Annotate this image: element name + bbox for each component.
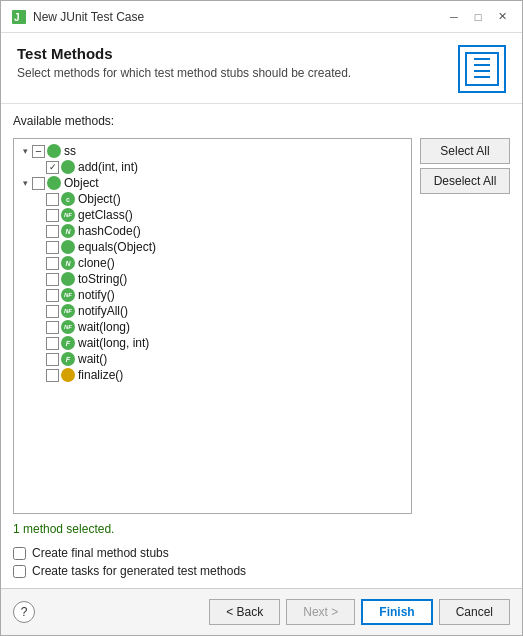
status-label: 1 method selected.	[13, 522, 510, 536]
checkbox-equals[interactable]	[46, 241, 59, 254]
footer: ? < Back Next > Finish Cancel	[1, 588, 522, 635]
titlebar-title: New JUnit Test Case	[33, 10, 144, 24]
checkbox-final-label: Create final method stubs	[32, 546, 169, 560]
method-icon-objectc: c	[61, 192, 75, 206]
tree-item-notifyall[interactable]: NF notifyAll()	[14, 303, 411, 319]
expand-arrow-object: ▾	[18, 178, 32, 188]
checkbox-tasks-label: Create tasks for generated test methods	[32, 564, 246, 578]
close-button[interactable]: ✕	[492, 7, 512, 27]
method-name-finalize: finalize()	[78, 368, 123, 382]
method-icon-object	[47, 176, 61, 190]
tree-item-object[interactable]: ▾ Object	[14, 175, 411, 191]
cancel-button[interactable]: Cancel	[439, 599, 510, 625]
checkbox-getclass[interactable]	[46, 209, 59, 222]
checkbox-finalize[interactable]	[46, 369, 59, 382]
checkbox-add[interactable]	[46, 161, 59, 174]
tree-item-hashcode[interactable]: N hashCode()	[14, 223, 411, 239]
checkbox-object[interactable]	[32, 177, 45, 190]
tree-item-equals[interactable]: equals(Object)	[14, 239, 411, 255]
checkbox-ss[interactable]	[32, 145, 45, 158]
method-icon-wait: F	[61, 352, 75, 366]
checkbox-tostring[interactable]	[46, 273, 59, 286]
method-icon-waitlong: NF	[61, 320, 75, 334]
methods-panel: ▾ ss add(int, int) ▾ Object	[13, 138, 510, 514]
deselect-all-button[interactable]: Deselect All	[420, 168, 510, 194]
content-area: Available methods: ▾ ss add(int, int)	[1, 104, 522, 588]
window-icon: J	[11, 9, 27, 25]
method-name-equals: equals(Object)	[78, 240, 156, 254]
method-name-waitlongint: wait(long, int)	[78, 336, 149, 350]
method-icon-tostring	[61, 272, 75, 286]
main-window: J New JUnit Test Case ─ □ ✕ Test Methods…	[0, 0, 523, 636]
method-name-notify: notify()	[78, 288, 115, 302]
maximize-button[interactable]: □	[468, 7, 488, 27]
method-icon-notifyall: NF	[61, 304, 75, 318]
tree-item-waitlongint[interactable]: F wait(long, int)	[14, 335, 411, 351]
method-name-tostring: toString()	[78, 272, 127, 286]
method-name-notifyall: notifyAll()	[78, 304, 128, 318]
tree-item-objectc[interactable]: c Object()	[14, 191, 411, 207]
method-name-objectc: Object()	[78, 192, 121, 206]
svg-rect-2	[466, 53, 498, 85]
page-subtitle: Select methods for which test method stu…	[17, 66, 351, 80]
checkbox-notify[interactable]	[46, 289, 59, 302]
method-name-add: add(int, int)	[78, 160, 138, 174]
tree-item-tostring[interactable]: toString()	[14, 271, 411, 287]
footer-left: ?	[13, 601, 35, 623]
checkbox-objectc[interactable]	[46, 193, 59, 206]
expand-arrow-ss: ▾	[18, 146, 32, 156]
select-all-button[interactable]: Select All	[420, 138, 510, 164]
tree-item-ss[interactable]: ▾ ss	[14, 143, 411, 159]
checkbox-clone[interactable]	[46, 257, 59, 270]
back-button[interactable]: < Back	[209, 599, 280, 625]
checkbox-waitlong[interactable]	[46, 321, 59, 334]
checkbox-notifyall[interactable]	[46, 305, 59, 318]
method-icon-equals	[61, 240, 75, 254]
tree-item-notify[interactable]: NF notify()	[14, 287, 411, 303]
titlebar-left: J New JUnit Test Case	[11, 9, 144, 25]
method-icon-getclass: NF	[61, 208, 75, 222]
checkbox-create-tasks[interactable]	[13, 565, 26, 578]
next-button[interactable]: Next >	[286, 599, 355, 625]
tree-item-getclass[interactable]: NF getClass()	[14, 207, 411, 223]
method-icon-add	[61, 160, 75, 174]
header-text: Test Methods Select methods for which te…	[17, 45, 351, 80]
page-title: Test Methods	[17, 45, 351, 62]
svg-text:J: J	[14, 12, 20, 23]
tree-item-clone[interactable]: N clone()	[14, 255, 411, 271]
header-icon	[458, 45, 506, 93]
help-button[interactable]: ?	[13, 601, 35, 623]
method-icon-notify: NF	[61, 288, 75, 302]
titlebar: J New JUnit Test Case ─ □ ✕	[1, 1, 522, 33]
method-name-ss: ss	[64, 144, 76, 158]
method-icon-clone: N	[61, 256, 75, 270]
checkbox-waitlongint[interactable]	[46, 337, 59, 350]
footer-buttons: < Back Next > Finish Cancel	[209, 599, 510, 625]
method-icon-ss	[47, 144, 61, 158]
header-section: Test Methods Select methods for which te…	[1, 33, 522, 104]
minimize-button[interactable]: ─	[444, 7, 464, 27]
tree-item-finalize[interactable]: finalize()	[14, 367, 411, 383]
checkboxes-section: Create final method stubs Create tasks f…	[13, 546, 510, 578]
available-label: Available methods:	[13, 114, 510, 128]
checkbox-wait[interactable]	[46, 353, 59, 366]
tree-item-waitlong[interactable]: NF wait(long)	[14, 319, 411, 335]
method-icon-finalize	[61, 368, 75, 382]
method-icon-hashcode: N	[61, 224, 75, 238]
method-name-hashcode: hashCode()	[78, 224, 141, 238]
method-name-clone: clone()	[78, 256, 115, 270]
side-buttons: Select All Deselect All	[420, 138, 510, 514]
methods-list[interactable]: ▾ ss add(int, int) ▾ Object	[13, 138, 412, 514]
method-name-waitlong: wait(long)	[78, 320, 130, 334]
checkbox-hashcode[interactable]	[46, 225, 59, 238]
finish-button[interactable]: Finish	[361, 599, 432, 625]
checkbox-final-method-stubs[interactable]	[13, 547, 26, 560]
method-icon-waitlongint: F	[61, 336, 75, 350]
method-name-object: Object	[64, 176, 99, 190]
tree-item-wait[interactable]: F wait()	[14, 351, 411, 367]
titlebar-controls: ─ □ ✕	[444, 7, 512, 27]
method-name-wait: wait()	[78, 352, 107, 366]
tree-item-add[interactable]: add(int, int)	[14, 159, 411, 175]
method-name-getclass: getClass()	[78, 208, 133, 222]
checkbox-row-final: Create final method stubs	[13, 546, 510, 560]
